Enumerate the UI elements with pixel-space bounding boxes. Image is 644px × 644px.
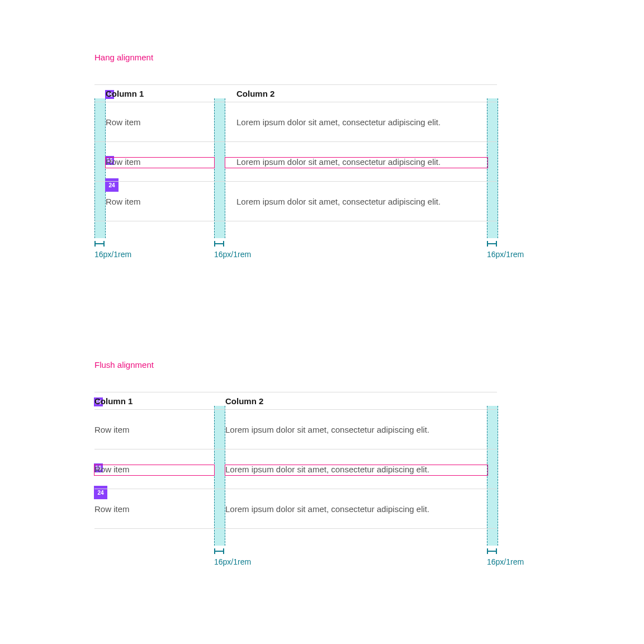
measurement: 16px/1rem (94, 241, 131, 259)
cell: Lorem ipsum dolor sit amet, consectetur … (214, 504, 497, 514)
table-row-active: Row item Lorem ipsum dolor sit amet, con… (94, 142, 497, 182)
table-flush: Column 1 Column 2 Row item Lorem ipsum d… (94, 392, 497, 529)
section-title-flush: Flush alignment (94, 360, 531, 370)
cell: Lorem ipsum dolor sit amet, consectetur … (225, 117, 497, 127)
measurement: 16px/1rem (214, 548, 251, 566)
cell: Row item (94, 425, 214, 434)
measurement-label: 16px/1rem (214, 557, 251, 566)
col-header-1: Column 1 (94, 89, 225, 98)
measurement: 16px/1rem (487, 241, 524, 259)
cell: Row item (94, 157, 225, 167)
hang-diagram: 16 16 24 Column 1 Column 2 Row item Lore… (94, 84, 531, 221)
cell: Row item (94, 465, 214, 474)
table-row: Row item Lorem ipsum dolor sit amet, con… (94, 182, 497, 221)
cell: Lorem ipsum dolor sit amet, consectetur … (214, 465, 497, 474)
cell: Row item (94, 117, 225, 127)
table-row: Row item Lorem ipsum dolor sit amet, con… (94, 102, 497, 142)
cell: Row item (94, 504, 214, 514)
col-header-2: Column 2 (214, 396, 497, 406)
measurement-label: 16px/1rem (94, 250, 131, 259)
measurement: 16px/1rem (214, 241, 251, 259)
measurement-label: 16px/1rem (487, 557, 524, 566)
table-header-row: Column 1 Column 2 (94, 85, 497, 102)
col-header-2: Column 2 (225, 89, 497, 98)
flush-diagram: 16 16 24 Column 1 Column 2 Row item Lore… (94, 392, 531, 529)
section-title-hang: Hang alignment (94, 53, 531, 62)
table-row: Row item Lorem ipsum dolor sit amet, con… (94, 410, 497, 449)
cell: Row item (94, 197, 225, 206)
measurement: 16px/1rem (487, 548, 524, 566)
table-hang: Column 1 Column 2 Row item Lorem ipsum d… (94, 84, 497, 221)
table-row-active: Row item Lorem ipsum dolor sit amet, con… (94, 449, 497, 489)
cell: Lorem ipsum dolor sit amet, consectetur … (214, 425, 497, 434)
col-header-1: Column 1 (94, 396, 214, 406)
measurement-label: 16px/1rem (214, 250, 251, 259)
measurement-label: 16px/1rem (487, 250, 524, 259)
table-row: Row item Lorem ipsum dolor sit amet, con… (94, 489, 497, 529)
cell: Lorem ipsum dolor sit amet, consectetur … (225, 157, 497, 167)
cell: Lorem ipsum dolor sit amet, consectetur … (225, 197, 497, 206)
table-header-row: Column 1 Column 2 (94, 392, 497, 410)
